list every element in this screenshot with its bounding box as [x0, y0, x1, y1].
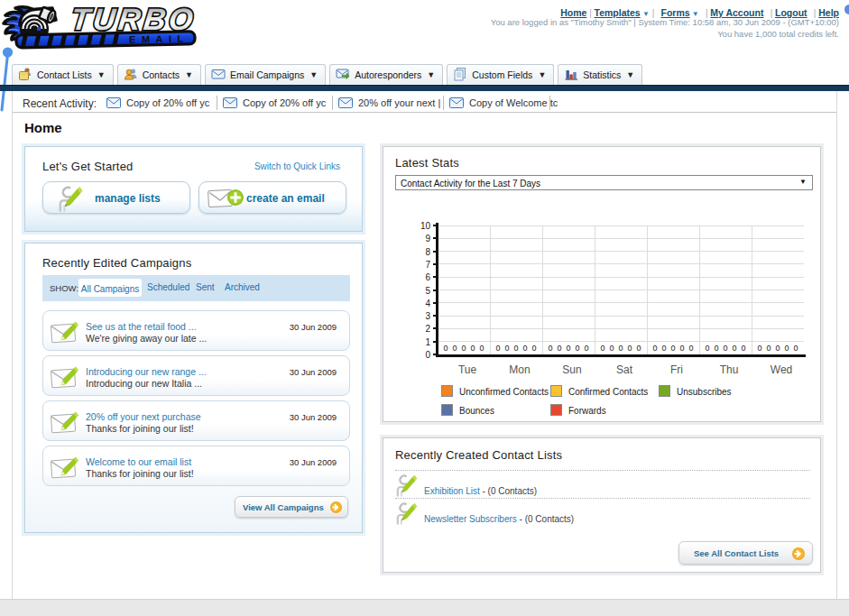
svg-text:EMAIL: EMAIL: [129, 32, 189, 44]
